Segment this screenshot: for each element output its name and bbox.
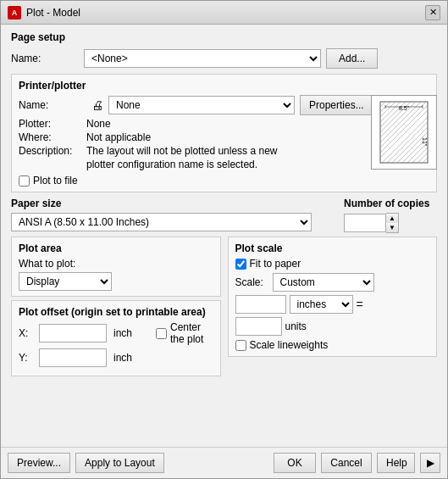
add-button[interactable]: Add... [326, 48, 378, 69]
printer-name-select[interactable]: None [108, 96, 295, 114]
plot-area-header: Plot area [19, 242, 213, 254]
fit-to-paper-row: Fit to paper [235, 258, 430, 270]
where-value: Not applicable [86, 131, 151, 143]
svg-text:11": 11" [422, 137, 428, 147]
plotter-value: None [86, 118, 111, 130]
svg-text:8.5": 8.5" [399, 105, 410, 111]
description-value: The layout will not be plotted unless a … [86, 145, 290, 171]
printer-section: Printer/plotter Name: 🖨 None Properties.… [11, 74, 437, 192]
printer-fields: Name: 🖨 None Properties... Plotter: None [19, 95, 373, 187]
paper-size-select[interactable]: ANSI A (8.50 x 11.00 Inches) [11, 213, 312, 231]
plot-dialog: A Plot - Model ✕ Page setup Name: <None>… [0, 0, 448, 479]
copies-down-button[interactable]: ▼ [386, 223, 398, 232]
copies-header: Number of copies [344, 198, 437, 209]
printer-name-label: Name: [19, 99, 86, 111]
y-inch-label: inch [113, 352, 132, 364]
offset-area: Plot offset (origin set to printable are… [11, 300, 221, 376]
offset-x-row: X: 0.000000 inch Center the plot [19, 321, 213, 345]
center-label: Center the plot [170, 321, 213, 345]
description-label: Description: [19, 145, 86, 171]
units-row: 5.254 units [235, 317, 430, 336]
plot-to-file-checkbox[interactable] [19, 175, 30, 187]
x-inch-label: inch [113, 327, 132, 339]
help-button[interactable]: Help [377, 453, 415, 473]
units-select[interactable]: inches [290, 295, 353, 314]
plot-to-file-row: Plot to file [19, 175, 373, 187]
paper-size-area: Paper size ANSI A (8.50 x 11.00 Inches) [11, 198, 339, 231]
footer-right: OK Cancel Help ▶ [274, 453, 440, 473]
copies-up-button[interactable]: ▲ [386, 214, 398, 223]
copies-input-row: 1 ▲ ▼ [344, 213, 437, 233]
cancel-button[interactable]: Cancel [321, 453, 372, 473]
preview-box: 8.5" 11" [371, 95, 437, 170]
preview-area: 8.5" 11" [380, 95, 447, 187]
plotter-label: Plotter: [19, 118, 86, 130]
y-label: Y: [19, 352, 32, 364]
name-label: Name: [11, 53, 79, 64]
copies-spinner: ▲ ▼ [386, 213, 399, 233]
what-to-plot-select[interactable]: Display [19, 272, 112, 291]
fit-to-paper-label: Fit to paper [250, 258, 301, 270]
printer-area: Printer/plotter Name: 🖨 None Properties.… [11, 74, 437, 192]
app-icon: A [8, 6, 21, 19]
page-setup-row: Name: <None> Add... [11, 48, 437, 69]
scale-select[interactable]: Custom [273, 273, 374, 292]
where-label: Where: [19, 131, 86, 143]
bottom-two-col: Plot area What to plot: Display Plot off… [11, 237, 437, 382]
y-input[interactable]: 0.000000 [39, 348, 107, 367]
copies-area: Number of copies 1 ▲ ▼ [344, 198, 437, 233]
equals-sign: = [357, 298, 363, 311]
where-row: Where: Not applicable [19, 131, 373, 143]
what-to-plot-label: What to plot: [19, 258, 75, 270]
dialog-content: Page setup Name: <None> Add... Printer/p… [1, 25, 447, 447]
window-title: Plot - Model [26, 7, 80, 19]
plot-scale-header: Plot scale [235, 242, 430, 254]
fit-to-paper-checkbox[interactable] [235, 259, 246, 270]
offset-section: Plot offset (origin set to printable are… [11, 300, 221, 376]
paper-copies-row: Paper size ANSI A (8.50 x 11.00 Inches) … [11, 198, 437, 233]
more-button[interactable]: ▶ [420, 453, 440, 473]
printer-header: Printer/plotter [19, 80, 429, 92]
scale-lineweights-row: Scale lineweights [235, 339, 430, 351]
scale-row: Scale: Custom [235, 273, 430, 292]
center-plot-checkbox[interactable] [156, 328, 167, 339]
preview-button[interactable]: Preview... [8, 453, 70, 473]
printer-name-row: Name: 🖨 None Properties... [19, 95, 373, 115]
title-bar: A Plot - Model ✕ [1, 1, 447, 25]
page-setup-name-select[interactable]: <None> [84, 49, 321, 68]
ok-button[interactable]: OK [274, 453, 316, 473]
plotter-row: Plotter: None [19, 118, 373, 130]
scale-lineweights-checkbox[interactable] [235, 340, 246, 351]
scale-input-row: 1 inches = [235, 295, 430, 314]
close-button[interactable]: ✕ [425, 5, 440, 20]
preview-svg: 8.5" 11" [379, 100, 429, 164]
plot-area-section: Plot area What to plot: Display [11, 237, 221, 297]
scale-lineweights-label: Scale lineweights [250, 339, 329, 351]
plot-to-file-label: Plot to file [33, 175, 78, 187]
left-column: Plot area What to plot: Display Plot off… [11, 237, 221, 382]
properties-button[interactable]: Properties... [300, 95, 373, 115]
offset-y-row: Y: 0.000000 inch [19, 348, 213, 367]
scale-label: Scale: [235, 276, 269, 288]
what-to-plot-label-row: What to plot: [19, 258, 213, 270]
scale-num-input[interactable]: 1 [235, 295, 286, 314]
title-bar-left: A Plot - Model [8, 6, 80, 19]
units-value-input[interactable]: 5.254 [235, 317, 282, 336]
plot-scale-section: Plot scale Fit to paper Scale: Custom 1 [228, 237, 438, 357]
x-label: X: [19, 327, 32, 339]
copies-input[interactable]: 1 [344, 214, 386, 232]
dialog-footer: Preview... Apply to Layout OK Cancel Hel… [1, 447, 447, 478]
x-input[interactable]: 0.000000 [39, 324, 107, 343]
printer-inner: Name: 🖨 None Properties... Plotter: None [19, 95, 429, 187]
right-column: Plot scale Fit to paper Scale: Custom 1 [228, 237, 438, 382]
page-setup-label: Page setup [11, 31, 437, 43]
description-row: Description: The layout will not be plot… [19, 145, 373, 171]
units-label: units [285, 320, 307, 332]
printer-icon: 🖨 [91, 98, 103, 112]
offset-header: Plot offset (origin set to printable are… [19, 306, 213, 318]
center-check-row: Center the plot [156, 321, 213, 345]
paper-size-label: Paper size [11, 198, 339, 209]
apply-layout-button[interactable]: Apply to Layout [75, 453, 164, 473]
